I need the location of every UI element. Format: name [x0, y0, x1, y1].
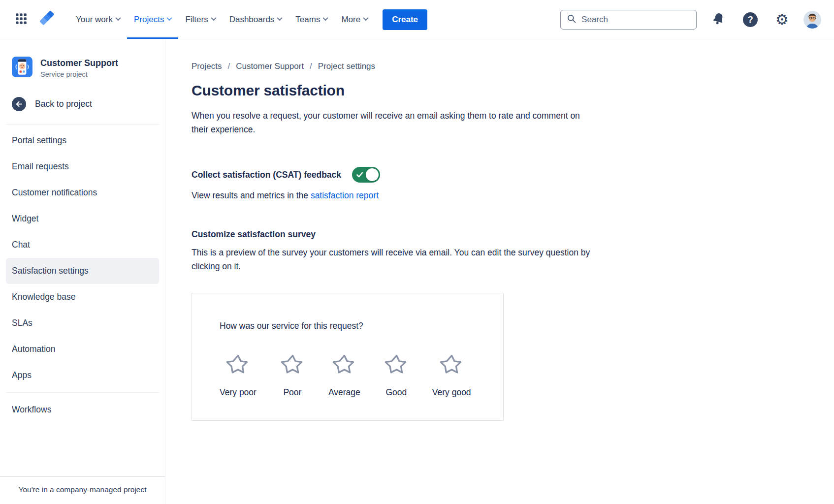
breadcrumb-project-settings[interactable]: Project settings: [318, 62, 375, 71]
sidebar-item-satisfaction-settings[interactable]: Satisfaction settings: [6, 258, 159, 284]
sidebar-item-portal-settings[interactable]: Portal settings: [6, 127, 159, 154]
app-switcher-button[interactable]: [12, 0, 31, 39]
satisfaction-report-link[interactable]: satisfaction report: [311, 190, 379, 200]
metrics-line: View results and metrics in the satisfac…: [192, 190, 814, 201]
rating-label: Very poor: [220, 387, 257, 398]
rating-scale: Very poor Poor Average: [220, 353, 493, 398]
nav-item-projects[interactable]: Projects: [127, 0, 178, 39]
nav-label: Your work: [76, 15, 113, 25]
search-input[interactable]: [581, 15, 690, 25]
nav-label: Projects: [134, 15, 164, 25]
nav-label: More: [341, 15, 360, 25]
project-type: Service project: [40, 70, 118, 78]
bell-icon: [710, 10, 727, 29]
chevron-down-icon: [363, 15, 368, 20]
survey-preview-card: How was our service for this request? Ve…: [192, 293, 504, 421]
settings-button[interactable]: ⚙: [772, 12, 792, 27]
star-icon: [385, 353, 408, 378]
nav-label: Dashboards: [229, 15, 275, 25]
rating-average[interactable]: Average: [328, 353, 360, 398]
project-type-note: You're in a company-managed project: [0, 476, 165, 504]
chevron-down-icon: [323, 15, 328, 20]
chevron-down-icon: [211, 15, 216, 20]
checkmark-icon: [356, 171, 364, 181]
sidebar-item-customer-notifications[interactable]: Customer notifications: [6, 180, 159, 206]
nav-label: Filters: [185, 15, 208, 25]
page-intro: When you resolve a request, your custome…: [192, 109, 585, 136]
rating-label: Very good: [432, 387, 471, 398]
user-avatar[interactable]: [803, 11, 821, 29]
breadcrumb-projects[interactable]: Projects: [192, 62, 222, 71]
nav-item-your-work[interactable]: Your work: [69, 0, 127, 39]
nav-item-dashboards[interactable]: Dashboards: [223, 0, 289, 39]
page-title: Customer satisfaction: [192, 82, 814, 99]
metrics-text: View results and metrics in the: [192, 190, 311, 200]
question-mark-icon: ?: [743, 12, 758, 27]
star-icon: [440, 353, 463, 378]
jira-arrows-icon: [38, 10, 55, 29]
toggle-knob: [366, 168, 379, 181]
sidebar-item-email-requests[interactable]: Email requests: [6, 154, 159, 180]
rating-label: Poor: [283, 387, 301, 398]
chevron-down-icon: [115, 15, 121, 20]
project-name: Customer Support: [40, 58, 118, 68]
sidebar-item-knowledge-base[interactable]: Knowledge base: [6, 284, 159, 310]
star-icon: [226, 353, 249, 378]
customize-heading: Customize satisfaction survey: [192, 229, 814, 240]
divider: [6, 392, 159, 393]
notifications-button[interactable]: [707, 10, 730, 30]
nav-item-filters[interactable]: Filters: [178, 0, 222, 39]
csat-toggle[interactable]: [352, 167, 380, 183]
breadcrumb-customer-support[interactable]: Customer Support: [236, 62, 304, 71]
gear-icon: ⚙: [775, 12, 789, 27]
sidebar-item-widget[interactable]: Widget: [6, 206, 159, 232]
back-to-project-link[interactable]: Back to project: [6, 84, 159, 123]
rating-label: Good: [385, 387, 407, 398]
customize-description: This is a preview of the survey your cus…: [192, 246, 600, 273]
csat-label: Collect satisfaction (CSAT) feedback: [192, 170, 341, 180]
help-button[interactable]: ?: [740, 12, 761, 27]
rating-label: Average: [328, 387, 360, 398]
main-content: Projects / Customer Support / Project se…: [166, 40, 834, 504]
sidebar-item-automation[interactable]: Automation: [6, 336, 159, 362]
chevron-down-icon: [167, 15, 172, 20]
project-header: Customer Support Service project: [6, 53, 159, 84]
breadcrumb-separator: /: [310, 62, 312, 71]
back-to-project-label: Back to project: [35, 99, 92, 109]
nav-label: Teams: [295, 15, 320, 25]
grid-icon: [15, 12, 28, 27]
sidebar-item-slas[interactable]: SLAs: [6, 310, 159, 336]
project-avatar-icon: [12, 57, 32, 79]
rating-good[interactable]: Good: [385, 353, 408, 398]
sidebar-item-chat[interactable]: Chat: [6, 232, 159, 258]
breadcrumb-separator: /: [227, 62, 230, 71]
sidebar-item-workflows[interactable]: Workflows: [6, 397, 159, 423]
jira-logo[interactable]: [35, 0, 58, 39]
rating-very-good[interactable]: Very good: [432, 353, 471, 398]
breadcrumb: Projects / Customer Support / Project se…: [192, 62, 814, 71]
nav-item-teams[interactable]: Teams: [289, 0, 334, 39]
chevron-down-icon: [277, 15, 283, 20]
rating-very-poor[interactable]: Very poor: [220, 353, 257, 398]
divider: [6, 124, 159, 125]
survey-question[interactable]: How was our service for this request?: [220, 321, 363, 331]
top-navigation: Your work Projects Filters Dashboards Te…: [0, 0, 834, 39]
arrow-left-icon: [12, 97, 26, 111]
settings-menu: Portal settings Email requests Customer …: [6, 127, 159, 423]
rating-poor[interactable]: Poor: [281, 353, 304, 398]
search-box[interactable]: [560, 10, 697, 30]
sidebar-item-apps[interactable]: Apps: [6, 362, 159, 388]
search-icon: [567, 14, 577, 26]
project-settings-sidebar: Customer Support Service project Back to…: [0, 40, 165, 504]
star-icon: [281, 353, 304, 378]
create-button[interactable]: Create: [383, 9, 427, 30]
nav-item-more[interactable]: More: [334, 0, 375, 39]
csat-toggle-row: Collect satisfaction (CSAT) feedback: [192, 167, 814, 183]
star-icon: [333, 353, 355, 378]
